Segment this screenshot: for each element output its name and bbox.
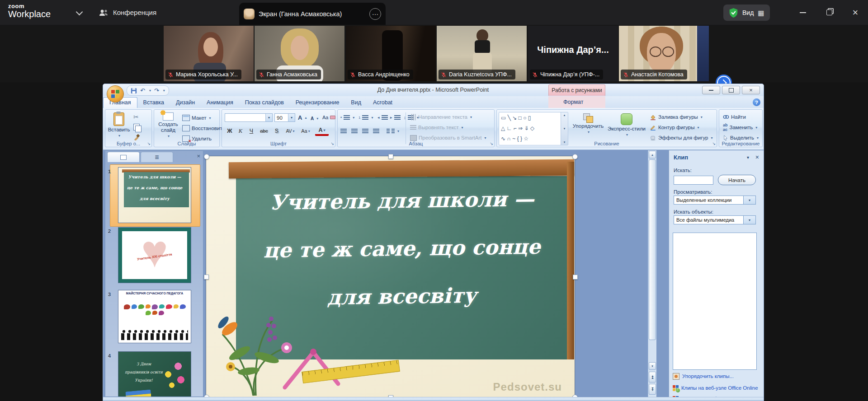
slide-thumbnail-4[interactable]: З Днем працівників освіти України!: [118, 351, 191, 397]
undo-icon[interactable]: ↶: [140, 88, 145, 93]
numbering-button[interactable]: 1▾: [359, 113, 373, 122]
layout-button[interactable]: Макет ▾: [182, 113, 211, 122]
media-types-dropdown[interactable]: Все файлы мультимедиа ▾: [674, 215, 756, 224]
tab-animation[interactable]: Анимация: [201, 98, 239, 108]
organize-clips-link[interactable]: Упорядочить клипы...: [673, 372, 734, 381]
resize-handle-ne[interactable]: [572, 154, 578, 159]
bullets-button[interactable]: •▾: [340, 113, 354, 122]
chevron-down-icon[interactable]: [76, 9, 83, 16]
more-options-button[interactable]: …: [369, 8, 381, 20]
italic-button[interactable]: К: [236, 126, 245, 136]
resize-handle-e[interactable]: [573, 275, 578, 280]
font-color-button[interactable]: А▾: [315, 126, 329, 136]
clear-formatting-button[interactable]: Aa: [322, 113, 335, 122]
next-slide-button[interactable]: ▼ ▼: [649, 384, 656, 395]
align-left-button[interactable]: [340, 126, 347, 135]
participant-tile[interactable]: Анастасія Котомова: [619, 26, 709, 81]
character-spacing-button[interactable]: AV▾: [283, 126, 297, 136]
tab-screen-share[interactable]: Экран (Ганна Асмаковська) …: [239, 3, 386, 25]
tab-meeting[interactable]: Конференция: [94, 4, 161, 21]
ppt-maximize-button[interactable]: [722, 86, 740, 94]
replace-button[interactable]: abас Заменить▾: [723, 123, 757, 132]
close-panel-button[interactable]: ×: [197, 153, 200, 159]
slides-tab[interactable]: [107, 152, 140, 162]
increase-indent-button[interactable]: ▸: [390, 113, 401, 122]
participant-tile-camera-off[interactable]: Чіпижна Дар’я... Чіпижна Дар’я (УПФ-...: [528, 26, 618, 81]
office-online-link[interactable]: Клипы на веб-узле Office Online: [673, 383, 758, 392]
scroll-up-button[interactable]: ▴: [649, 151, 656, 159]
ppt-close-button[interactable]: ×: [742, 86, 760, 94]
paste-button[interactable]: Вставить ▾: [108, 112, 130, 138]
decrease-indent-button[interactable]: ◂: [377, 113, 388, 122]
shapes-gallery-scrollbar[interactable]: ▴ ▾ ▾: [561, 112, 568, 145]
participant-tile-active-speaker[interactable]: Ганна Асмаковська: [255, 26, 344, 81]
qat-customize-icon[interactable]: ▾: [163, 89, 165, 93]
copy-button[interactable]: [133, 122, 140, 131]
window-restore-button[interactable]: [819, 0, 839, 25]
participant-tile[interactable]: Daria Kuznetcova УПФ...: [437, 26, 527, 81]
justify-button[interactable]: [373, 126, 379, 135]
scroll-down-button[interactable]: ▾: [649, 362, 656, 370]
find-button[interactable]: Найти: [723, 112, 746, 121]
bold-button[interactable]: Ж: [225, 126, 235, 136]
clip-results-listbox[interactable]: [673, 233, 757, 370]
tab-view[interactable]: Вид: [345, 98, 367, 108]
dialog-launcher-icon[interactable]: ↘: [147, 142, 151, 146]
scrollbar-thumb[interactable]: [649, 159, 656, 340]
underline-button[interactable]: Ч: [246, 126, 256, 136]
redo-icon[interactable]: ↷: [154, 88, 159, 93]
tab-insert[interactable]: Вставка: [137, 98, 170, 108]
align-right-button[interactable]: [362, 126, 368, 135]
columns-button[interactable]: ▾: [387, 126, 399, 135]
shapes-gallery[interactable]: ▭ ╲ ↘ □ ○ ▯ △ ∟ ⌐ ⇒ ⇓ ◇ ∿ ∩ ~ { } ☆ ▴ ▾ …: [499, 112, 568, 145]
help-button[interactable]: ?: [753, 98, 760, 106]
outline-tab[interactable]: ≣: [141, 152, 173, 162]
go-button[interactable]: Начать: [718, 175, 756, 185]
resize-handle-n[interactable]: [388, 154, 393, 159]
align-text-button[interactable]: Выровнять текст▾: [410, 123, 463, 132]
slide-thumbnail-1[interactable]: Учитель для школи — це те ж саме, що сон…: [118, 167, 191, 223]
slide-thumbnail-3[interactable]: МАЙСТЕРНЯ СУЧАСНОГО ПЕДАГОГА: [118, 290, 191, 343]
strikethrough-button[interactable]: abc: [257, 126, 271, 136]
resize-handle-w[interactable]: [204, 275, 209, 280]
arrange-button[interactable]: Упорядочить ▾: [571, 113, 605, 134]
window-minimize-button[interactable]: [793, 0, 813, 25]
new-slide-button[interactable]: Создать слайд ▾: [156, 112, 180, 138]
shape-fill-button[interactable]: Заливка фигуры▾: [650, 112, 703, 121]
window-close-button[interactable]: ×: [845, 0, 865, 25]
previous-slide-button[interactable]: ▲ ▲: [649, 372, 656, 382]
text-direction-button[interactable]: Направление текста▾: [410, 112, 472, 121]
format-painter-button[interactable]: [133, 132, 140, 141]
tab-format[interactable]: Формат: [557, 97, 589, 107]
dialog-launcher-icon[interactable]: ↘: [712, 142, 716, 146]
font-name-combobox[interactable]: ▾: [225, 113, 273, 122]
save-icon[interactable]: [131, 88, 137, 94]
slide-canvas[interactable]: Учитель для школи — це те ж саме, що сон…: [206, 156, 575, 397]
change-case-button[interactable]: Aa▾: [299, 126, 312, 136]
scroll-up-icon[interactable]: ▴: [564, 113, 566, 117]
text-shadow-button[interactable]: S: [272, 126, 282, 136]
tab-review[interactable]: Рецензирование: [290, 98, 345, 108]
grow-font-button[interactable]: А▴: [298, 113, 307, 122]
font-size-combobox[interactable]: 90 ▾: [274, 113, 295, 122]
pane-menu-icon[interactable]: ▾: [747, 155, 749, 160]
slide-scrollbar[interactable]: ▴ ▾ ▲ ▲ ▼ ▼: [648, 150, 656, 397]
reset-slide-button[interactable]: Восстановить: [182, 124, 225, 133]
undo-dropdown-icon[interactable]: ▾: [149, 89, 151, 93]
cut-button[interactable]: ✂: [133, 112, 139, 121]
align-center-button[interactable]: [351, 126, 358, 135]
dialog-launcher-icon[interactable]: ↘: [490, 142, 493, 146]
resize-handle-nw[interactable]: [204, 154, 209, 159]
shrink-font-button[interactable]: А▾: [311, 114, 318, 123]
ppt-minimize-button[interactable]: [702, 86, 720, 94]
collections-dropdown[interactable]: Выделенные коллекции ▾: [674, 196, 756, 205]
tab-slideshow[interactable]: Показ слайдов: [239, 98, 290, 108]
search-input[interactable]: [674, 176, 713, 185]
scroll-down-icon[interactable]: ▾: [564, 127, 566, 131]
pane-close-icon[interactable]: ×: [755, 154, 759, 161]
participant-tile[interactable]: Марина Хорольська У...: [164, 26, 254, 81]
quick-styles-button[interactable]: Экспресс-стили ▾: [607, 113, 646, 137]
participant-tile[interactable]: Васса Андріященко: [346, 26, 436, 81]
office-button[interactable]: [107, 85, 124, 103]
shape-outline-button[interactable]: Контур фигуры▾: [650, 123, 699, 132]
